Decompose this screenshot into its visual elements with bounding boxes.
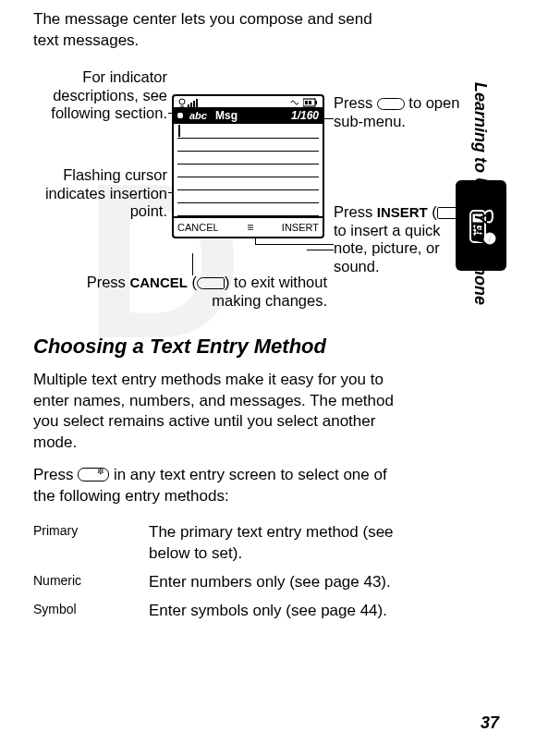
entry-label-primary: Primary: [33, 522, 149, 565]
svg-rect-6: [305, 101, 308, 104]
entry-desc-symbol: Enter symbols only (see page 44).: [149, 601, 399, 622]
text-line: [177, 190, 319, 203]
table-row: Symbol Enter symbols only (see page 44).: [33, 597, 399, 626]
svg-rect-4: [196, 99, 198, 107]
text-cursor: [178, 125, 180, 137]
signal-icon: [188, 98, 199, 107]
paragraph-1: Multiple text entry methods make it easy…: [33, 370, 399, 455]
callout-cancel-bold: CANCEL: [129, 274, 188, 290]
callout-cancel-text-1: Press: [87, 274, 130, 290]
callout-cancel-text-3: ) to exit without making changes.: [212, 274, 327, 309]
ring-icon: [290, 98, 301, 107]
menu-key-icon: [377, 98, 405, 110]
title-bar: abc Msg 1/160: [174, 107, 323, 124]
svg-rect-1: [188, 104, 189, 107]
status-left: [178, 98, 199, 107]
callout-insert-bold: INSERT: [377, 204, 428, 220]
entry-desc-primary: The primary text entry method (see below…: [149, 522, 399, 565]
text-input-area[interactable]: [174, 124, 323, 216]
text-line: [177, 152, 319, 165]
text-line: [177, 203, 319, 216]
entry-label-numeric: Numeric: [33, 572, 149, 593]
hash-key-icon: ✼: [78, 468, 109, 482]
voicemail-icon: [178, 98, 186, 107]
status-bar: [174, 96, 323, 107]
phone-diagram: For indicator descriptions, see followin…: [33, 63, 399, 322]
softkey-bar: CANCEL ≡ INSERT: [174, 216, 323, 237]
leader-line: [307, 250, 334, 250]
text-line: [177, 165, 319, 177]
callout-submenu: Press to open sub-menu.: [334, 94, 477, 131]
table-row: Numeric Enter numbers only (see page 43)…: [33, 568, 399, 597]
svg-rect-3: [193, 101, 195, 107]
table-row: Primary The primary text entry method (s…: [33, 518, 399, 568]
callout-insert-text-2: (: [428, 203, 437, 220]
callout-cursor: Flashing cursor indicates insertion poin…: [33, 166, 167, 221]
text-line: [177, 126, 319, 139]
leader-line: [255, 244, 334, 245]
dot-icon: [177, 113, 183, 118]
svg-rect-2: [190, 103, 192, 107]
leader-line: [192, 253, 193, 275]
right-softkey-icon: [437, 207, 465, 219]
callout-submenu-text-1: Press: [334, 94, 377, 111]
entry-label-symbol: Symbol: [33, 601, 149, 622]
softkey-cancel[interactable]: CANCEL: [177, 221, 219, 235]
callout-cancel-text-2: (: [188, 274, 197, 290]
entry-mode-indicator: abc: [187, 109, 210, 123]
screen-title: Msg: [215, 108, 238, 123]
callout-insert: Press INSERT () to insert a quick note, …: [334, 203, 477, 276]
phone-screen: abc Msg 1/160 CANCEL ≡ INSERT: [172, 94, 324, 238]
paragraph-2: Press ✼ in any text entry screen to sele…: [33, 465, 399, 507]
left-softkey-icon: [197, 277, 225, 289]
intro-paragraph: The message center lets you compose and …: [33, 9, 399, 52]
menu-icon[interactable]: ≡: [247, 220, 253, 235]
svg-rect-8: [315, 101, 317, 104]
entry-methods-table: Primary The primary text entry method (s…: [33, 518, 399, 626]
battery-icon: [303, 98, 318, 107]
svg-point-0: [179, 99, 185, 104]
softkey-insert[interactable]: INSERT: [282, 221, 319, 235]
text-line: [177, 139, 319, 152]
callout-cancel: Press CANCEL () to exit without making c…: [59, 274, 327, 311]
svg-rect-7: [309, 101, 311, 104]
entry-desc-numeric: Enter numbers only (see page 43).: [149, 572, 399, 593]
page-number: 37: [481, 712, 499, 734]
char-counter: 1/160: [291, 108, 319, 123]
callout-indicator: For indicator descriptions, see followin…: [33, 68, 167, 123]
text-line: [177, 177, 319, 190]
callout-insert-text-1: Press: [334, 203, 377, 220]
para2-prefix: Press: [33, 466, 78, 483]
status-right: [290, 98, 318, 107]
page-content: The message center lets you compose and …: [0, 0, 416, 635]
section-heading: Choosing a Text Entry Method: [33, 333, 399, 360]
